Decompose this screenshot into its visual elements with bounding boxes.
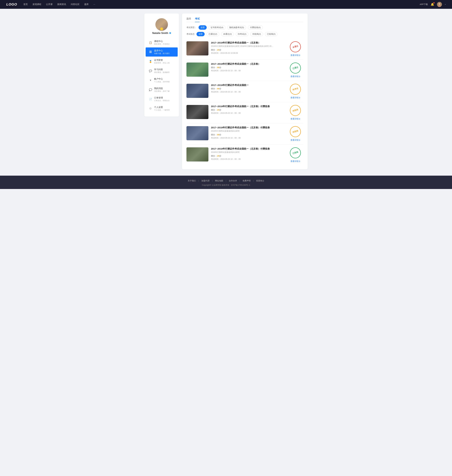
- status-filter-btn[interactable]: 待考试(2): [236, 32, 248, 36]
- status-filter-btn[interactable]: 全部: [197, 32, 205, 36]
- exam-action: 未通过 查看详情 ❯: [287, 41, 303, 57]
- exam-title: 2017–2018年行测证件考试全国统一（北京卷）: [211, 41, 285, 44]
- sidebar-item-order[interactable]: 📄 订单管理 订单支出，明明白白: [146, 95, 178, 104]
- exam-detail-link[interactable]: 查看详情 ❯: [291, 75, 300, 78]
- sidebar-item-cert[interactable]: 🏅 证书荣誉 收获荣誉，持证上岗: [146, 57, 178, 66]
- exam-item: 2017–2018年行测证件考试全国统一（北京卷） 2018年行测考试是最值得多…: [186, 39, 303, 60]
- footer-link[interactable]: 关于我们: [185, 179, 198, 182]
- qa-icon: 💬: [149, 69, 152, 73]
- sidebar-item-course[interactable]: 📋 课程中心 精彩课程，不容错过: [146, 38, 178, 47]
- exam-detail-link[interactable]: 查看详情 ❯: [291, 117, 300, 120]
- navbar: LOGO 首页发现课程公开课新闻资讯问答社区题库··· APP下载 🔔 ▾: [0, 0, 452, 9]
- footer-copyright: Copyright© 云朵商学院 版权所有 京ICP备17051340号–1: [0, 184, 452, 186]
- exam-detail-link[interactable]: 查看详情 ❯: [291, 96, 300, 99]
- setting-icon: ⚙: [149, 107, 152, 110]
- footer-link[interactable]: 网站地图: [213, 179, 226, 182]
- nav-link-qa[interactable]: 问答社区: [71, 3, 80, 6]
- account-icon: ♥: [149, 79, 152, 82]
- nav-link-bank[interactable]: 题库: [84, 3, 89, 6]
- type-filter-btn[interactable]: 全部: [199, 25, 207, 30]
- exam-detail-link[interactable]: 查看详情 ❯: [291, 139, 300, 142]
- exam-title: 2017–2018年行测证件考试全国统一（北京卷）付费批卷: [211, 105, 285, 108]
- footer-link[interactable]: 加盟代理: [199, 179, 212, 182]
- sidebar-item-msg[interactable]: 💭 我的消息 消息通知，及时了解: [146, 85, 178, 94]
- exam-time: 考试时间：2019-05-03 10：09：09: [211, 158, 285, 161]
- status-filter-btn[interactable]: 未通过(2): [221, 32, 234, 36]
- tab-题库[interactable]: 题库: [186, 17, 191, 22]
- status-filter-btn[interactable]: 已批阅(2): [265, 32, 278, 36]
- navbar-right: APP下载 🔔 ▾: [420, 2, 446, 7]
- order-subtitle: 订单支出，明明白白: [154, 99, 174, 102]
- exam-time: 考试时间：2019-05-03 10：09：09: [211, 112, 285, 115]
- nav-link-discover[interactable]: 发现课程: [33, 3, 41, 6]
- avatar-badge: ⭐: [160, 27, 163, 30]
- status-filter-row: 考试状态 全部已通过(2)未通过(2)待考试(2)待批阅(2)已批阅(2): [186, 32, 303, 36]
- setting-title: 个人设置: [154, 106, 174, 109]
- cert-subtitle: 收获荣誉，持证上岗: [154, 62, 174, 64]
- status-filter-btn[interactable]: 已通过(2): [206, 32, 219, 36]
- exam-time: 考试时间：2019-05-03 10：09：09: [211, 137, 285, 139]
- exam-score: 得分：99分: [211, 133, 285, 136]
- exam-item: 2017–2018年行测证件考试全国统一（北京卷）付费批卷 得分：25分 考试时…: [186, 102, 303, 123]
- sidebar-item-setting[interactable]: ⚙ 个人设置 个人信息，一键管理: [146, 104, 178, 113]
- exam-thumbnail: [186, 62, 208, 77]
- nav-link-public[interactable]: 公开课: [46, 3, 53, 6]
- exam-action: 待批阅 查看详情 ❯: [287, 105, 303, 120]
- exam-desc: 2018年行测考试是最值得多去研究: [211, 151, 274, 154]
- exam-desc: 2018年行测考试是最值得多去研究: [211, 130, 274, 132]
- exam-info: 2017–2018年行测证件考试全国统一（北京卷）付费批卷 得分：25分 考试时…: [211, 105, 285, 115]
- nav-link-home[interactable]: 首页: [23, 3, 28, 6]
- exam-info: 2017–2018年行测证件考试全国统一（北京卷）付费批卷 2018年行测考试是…: [211, 126, 285, 139]
- order-icon: 📄: [149, 97, 152, 101]
- exam-thumbnail: [186, 84, 208, 98]
- exam-score: 得分：99分: [211, 66, 285, 69]
- exam-item: 2017–2018年行测证件考试全国统一 得分：99分 考试时间：2019-05…: [186, 81, 303, 102]
- account-title: 账户中心: [154, 78, 174, 81]
- order-title: 订单管理: [154, 96, 174, 99]
- avatar[interactable]: [437, 2, 442, 7]
- type-filter-btn[interactable]: 付费批卷(6): [248, 25, 263, 30]
- exam-status-stamp: 已批阅: [289, 146, 302, 160]
- exam-thumbnail: [186, 105, 208, 119]
- exam-detail-link[interactable]: 查看详情 ❯: [291, 160, 300, 163]
- exam-info: 2017–2018年行测证件考试全国统一（北京卷） 2018年行测考试是最值得多…: [211, 41, 285, 54]
- course-icon: 📋: [149, 41, 152, 44]
- course-title: 课程中心: [154, 40, 174, 43]
- exam-list: 2017–2018年行测证件考试全国统一（北京卷） 2018年行测考试是最值得多…: [186, 39, 303, 166]
- content-tabs: 题库考试: [186, 17, 303, 22]
- chevron-down-icon[interactable]: ▾: [445, 3, 446, 6]
- exam-score: 得分：25分: [211, 48, 285, 51]
- sidebar-item-qa[interactable]: 💬 学习问答 课后重温，疑难解答: [146, 66, 178, 75]
- nav-link-news[interactable]: 新闻资讯: [57, 3, 66, 6]
- app-download-button[interactable]: APP下载: [420, 3, 428, 6]
- qa-title: 学习问答: [154, 68, 174, 71]
- exam-time: 考试时间：2019-05-03 10：09：09: [211, 69, 285, 72]
- footer-link[interactable]: 免费声明: [240, 179, 253, 182]
- type-filter-btn[interactable]: 证书类考试(4): [209, 25, 225, 30]
- sidebar-item-account[interactable]: ♥ 账户中心 个人权益，实时掌握: [146, 76, 178, 85]
- footer-link[interactable]: 招贤纳士: [254, 179, 267, 182]
- exam-title: 2017–2018年行测证件考试全国统一: [211, 84, 285, 87]
- logo[interactable]: LOGO: [6, 2, 17, 7]
- exam-score: 得分：99分: [211, 87, 285, 90]
- type-filter-btn[interactable]: 随机抽题考试(5): [227, 25, 246, 30]
- nav-link-more[interactable]: ···: [93, 3, 95, 6]
- content-area: 题库考试 考试类型： 全部证书类考试(4)随机抽题考试(5)付费批卷(6) 考试…: [182, 14, 308, 169]
- exam-desc: 2018年行测考试是最值得多去研究 2018年行测考试是最值得多去研究 2018…: [211, 45, 274, 48]
- exam-item: 2017–2018年行测证件考试全国统一（北京卷） 得分：99分 考试时间：20…: [186, 60, 303, 81]
- sidebar-item-bank[interactable]: ☰ 题库中心 海量习题，助力通关: [146, 48, 178, 57]
- exam-detail-link[interactable]: 查看详情 ❯: [291, 54, 300, 57]
- bank-icon: ☰: [149, 50, 152, 54]
- exam-status-stamp: 未通过: [289, 40, 302, 54]
- exam-info: 2017–2018年行测证件考试全国统一（北京卷） 得分：99分 考试时间：20…: [211, 62, 285, 72]
- footer: 关于我们|加盟代理|网站地图|合作伙伴|免费声明|招贤纳士 Copyright©…: [0, 176, 452, 189]
- notification-bell[interactable]: 🔔: [431, 3, 434, 6]
- tab-考试[interactable]: 考试: [195, 17, 200, 22]
- exam-status-stamp: 待考试: [289, 82, 302, 96]
- type-filter-label: 考试类型：: [186, 26, 197, 29]
- exam-title: 2017–2018年行测证件考试全国统一（北京卷）: [211, 62, 285, 66]
- footer-link[interactable]: 合作伙伴: [226, 179, 239, 182]
- status-filter-btn[interactable]: 待批阅(2): [250, 32, 263, 36]
- exam-info: 2017–2018年行测证件考试全国统一（北京卷）付费批卷 2018年行测考试是…: [211, 147, 285, 161]
- account-subtitle: 个人权益，实时掌握: [154, 81, 174, 83]
